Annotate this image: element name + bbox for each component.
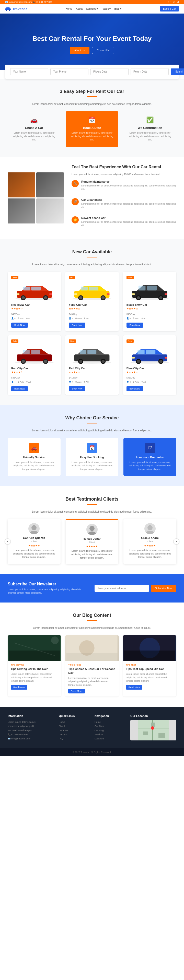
nav-pages[interactable]: Pages ▾ [101,7,110,10]
footer-nav-4[interactable]: Locations [94,737,125,741]
youtube-link[interactable]: yt [177,1,179,3]
testimonial-next-button[interactable]: › [173,538,179,544]
footer-quicklink-3[interactable]: Contact [59,732,90,737]
svg-rect-50 [87,350,96,354]
footer-nav-3[interactable]: Services [94,732,125,737]
pickup-date-input[interactable] [90,68,128,75]
top-bar: 📧 support@travecar.com 📞 +1-234-567-890 … [0,0,184,4]
car-card-4: Best Red City Car ★★★★☆ $41/Day [65,335,118,395]
facebook-link[interactable]: f [168,1,169,3]
footer-nav-0[interactable]: Home [94,720,125,724]
car-book-btn-1[interactable]: Book Now [69,323,85,328]
exp-image-2 [36,172,64,197]
nav-blog[interactable]: Blog ▾ [114,7,122,10]
footer-quicklink-4[interactable]: FAQ [59,737,90,741]
newsletter-section: Subscribe Our Newslater Lorem ipsum dolo… [0,574,184,603]
top-bar-contact: 📧 support@travecar.com 📞 +1-234-567-890 [5,1,52,3]
book-car-button[interactable]: Book a Car [160,6,179,11]
testimonial-stars-2: ★★★★★ [128,544,172,547]
car-features-1: 👤 4⚙ Auto❄ AC [69,317,115,320]
step-title-1: Book A Date [69,126,115,130]
newsletter-email-input[interactable] [94,585,149,592]
footer-info-line-1: consectetur adipiscing elit, [8,724,54,728]
car-book-btn-4[interactable]: Book Now [69,386,85,391]
footer-quicklink-0[interactable]: Home [59,720,90,724]
nav-about[interactable]: About [76,7,83,10]
hero-title: Best Car Rental For Your Event Today [32,35,152,43]
hero-about-button[interactable]: About Us [70,47,90,54]
blog-section: Our Blog Content Lorem ipsum dolor sit a… [0,603,184,707]
blog-desc-2: Lorem ipsum dolor sit amet, consectetur … [126,673,173,683]
exp-feature-title-1: Car Cleanliness [81,198,176,201]
phone-input[interactable] [50,68,88,75]
newsletter-subscribe-button[interactable]: Subscribe Now [151,585,176,592]
testimonial-avatar-0 [28,523,40,534]
logo[interactable]: Travecar [5,7,27,11]
nav-home[interactable]: Home [66,7,72,10]
newsletter-desc: Lorem ipsum dolor sit amet, consectetur … [8,588,90,595]
booking-submit-button[interactable]: Submit [171,68,184,75]
testimonial-text-1: Lorem ipsum dolor sit amet, consectetur … [70,549,115,560]
footer-info-line-0: Lorem ipsum dolor sit amet, [8,720,54,724]
footer-quicklink-2[interactable]: Our Cars [59,729,90,732]
svg-point-43 [22,360,25,363]
blog-read-btn-2[interactable]: Read More [126,685,142,690]
testimonial-prev-button[interactable]: ‹ [5,538,11,544]
car-svg-2 [126,281,173,301]
step-title-0: Chose A Car [11,126,57,130]
car-book-btn-2[interactable]: Book Now [126,323,143,328]
car-badge-2: New [126,276,134,279]
testimonial-card-1: Ronald Johan Client ★★★★★ Lorem ipsum do… [66,519,118,564]
newsletter-form: Subscribe Now [94,585,176,592]
testimonial-text-2: Lorem ipsum dolor sit amet, consectetur … [128,549,172,559]
svg-rect-30 [147,286,157,291]
car-image-4 [69,344,115,365]
instagram-link[interactable]: in [173,1,175,3]
blog-title-0: Tips Driving Car In The Rain [11,667,58,671]
cars-divider [87,257,97,258]
blog-read-btn-1[interactable]: Read More [68,689,85,694]
testimonial-name-2: Gracie Andre [128,536,172,539]
footer-col-info: Information Lorem ipsum dolor sit amet, … [8,714,54,741]
step-title-2: We Confirmation [127,126,173,130]
svg-rect-59 [146,350,155,354]
car-stars-3: ★★★★☆ [11,371,58,374]
blog-read-btn-0[interactable]: Read More [11,685,27,690]
car-book-btn-5[interactable]: Book Now [126,386,143,391]
blog-category-0: Tips Driving [11,664,58,666]
footer-nav-2[interactable]: Our Blog [94,729,125,732]
car-card-3: Sale Red City Car ★★★★☆ $43/Day [8,335,61,395]
car-name-0: Red BMW Car [11,303,58,306]
why-card-desc-1: Lorem ipsum dolor sit amet, consectetur … [69,461,115,471]
why-subtitle: Lorem ipsum dolor sit amet, consectetur … [28,429,156,433]
car-book-btn-0[interactable]: Book Now [11,323,28,328]
return-date-input[interactable] [131,68,169,75]
svg-rect-35 [132,293,135,295]
svg-point-63 [159,360,163,363]
car-book-btn-3[interactable]: Book Now [11,386,28,391]
car-name-5: Blue City Car [126,367,173,370]
car-badge-0: Best [11,276,18,279]
testimonial-card-0: Gabriela Quezda Client ★★★★★ Lorem ipsum… [8,519,61,564]
nav-links: Home About Services ▾ Pages ▾ Blog ▾ [66,7,122,10]
blog-img-svg-1 [65,635,118,661]
car-image-0 [11,281,58,301]
step-item-0: 🚗 Chose A Car Lorem ipsum dolor sit amet… [8,111,61,147]
nav-services[interactable]: Services ▾ [86,7,98,10]
maintenance-icon: 🔧 [72,180,79,187]
hero-contact-button[interactable]: Contact Us [92,47,114,54]
why-card-desc-2: Lorem ipsum dolor sit amet, consectetur … [127,461,173,471]
footer-nav-1[interactable]: Our Cars [94,724,125,728]
blog-content-0: Tips Driving Tips Driving Car In The Rai… [8,661,61,693]
blog-grid: Tips Driving Tips Driving Car In The Rai… [8,635,176,697]
name-input[interactable] [10,68,48,75]
testimonial-role-2: Client [128,540,172,543]
twitter-link[interactable]: t [170,1,171,3]
blog-title-1: Tips Choice A Best Car For Second Day [68,667,115,675]
footer-quicklink-1[interactable]: About [59,724,90,728]
steps-section: 3 Easy Step For Rent Our Car Lorem ipsum… [0,79,184,157]
cars-title: New Car Available [8,249,176,255]
why-grid: 🚗 Friendly Service Lorem ipsum dolor sit… [8,438,176,476]
car-stars-1: ★★★★☆ [69,307,115,310]
testimonials-title: Best Testimonial Clients [8,496,176,502]
